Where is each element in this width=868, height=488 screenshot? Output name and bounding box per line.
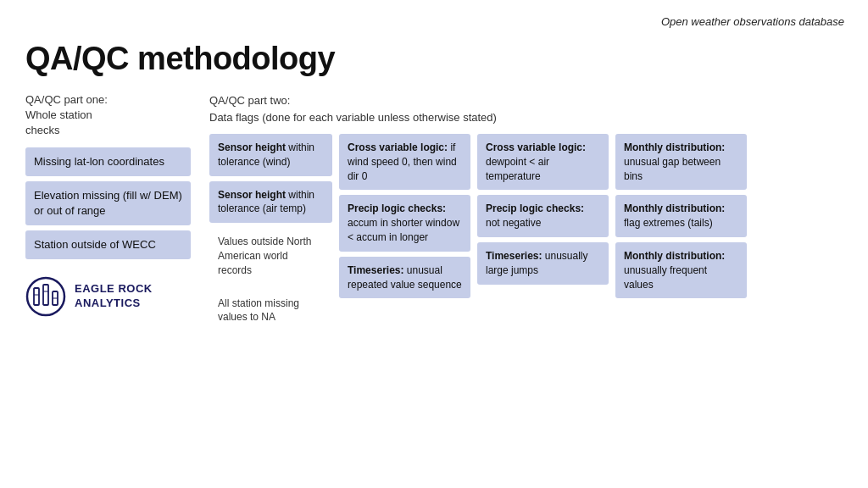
part-one-label: QA/QC part one:Whole stationchecks bbox=[25, 92, 191, 139]
logo-area: EAGLE ROCKANALYTICS bbox=[25, 276, 191, 317]
page-title: QA/QC methodology bbox=[25, 41, 843, 77]
part-two-label: QA/QC part two:Data flags (done for each… bbox=[209, 92, 843, 125]
timeseries-repeated: Timeseries: unusual repeated value seque… bbox=[339, 257, 470, 299]
values-outside-records: Values outside North American world reco… bbox=[209, 228, 332, 284]
sensor-height-wind: Sensor height within tolerance (wind) bbox=[209, 134, 332, 176]
cross-variable-dewpoint: Cross variable logic: dewpoint < air tem… bbox=[477, 134, 609, 190]
sensor-height-air: Sensor height within tolerance (air temp… bbox=[209, 181, 332, 224]
all-station-missing: All station missing values to NA bbox=[209, 290, 332, 332]
monthly-dist-frequent: Monthly distribution: unusually frequent… bbox=[615, 242, 747, 298]
content-area: QA/QC part one:Whole stationchecks Missi… bbox=[25, 92, 843, 331]
grid-col-3: Cross variable logic: dewpoint < air tem… bbox=[477, 134, 609, 285]
logo-text: EAGLE ROCKANALYTICS bbox=[75, 282, 153, 311]
grid-col-4: Monthly distribution: unusual gap betwee… bbox=[615, 134, 747, 298]
grid-col-2: Cross variable logic: if wind speed 0, t… bbox=[339, 134, 470, 298]
svg-rect-2 bbox=[43, 285, 48, 305]
monthly-dist-extremes: Monthly distribution: flag extremes (tai… bbox=[615, 195, 747, 237]
monthly-dist-gap: Monthly distribution: unusual gap betwee… bbox=[615, 134, 747, 190]
precip-logic-negative: Precip logic checks: not negative bbox=[477, 195, 609, 237]
precip-logic-accum: Precip logic checks: accum in shorter wi… bbox=[339, 195, 470, 251]
svg-rect-1 bbox=[34, 288, 39, 305]
top-right-label: Open weather observations database bbox=[661, 15, 844, 28]
left-column: QA/QC part one:Whole stationchecks Missi… bbox=[25, 92, 191, 317]
cross-variable-wind: Cross variable logic: if wind speed 0, t… bbox=[339, 134, 470, 190]
svg-point-0 bbox=[27, 278, 64, 315]
logo-icon bbox=[25, 276, 66, 317]
grid-col-1: Sensor height within tolerance (wind) Se… bbox=[209, 134, 332, 331]
left-box-3: Station outside of WECC bbox=[25, 230, 191, 259]
left-box-1: Missing lat-lon coordinates bbox=[25, 147, 191, 176]
data-flags-grid: Sensor height within tolerance (wind) Se… bbox=[209, 134, 843, 331]
timeseries-jumps: Timeseries: unusually large jumps bbox=[477, 242, 609, 285]
left-box-2: Elevation missing (fill w/ DEM) or out o… bbox=[25, 181, 191, 225]
right-column: QA/QC part two:Data flags (done for each… bbox=[209, 92, 843, 331]
